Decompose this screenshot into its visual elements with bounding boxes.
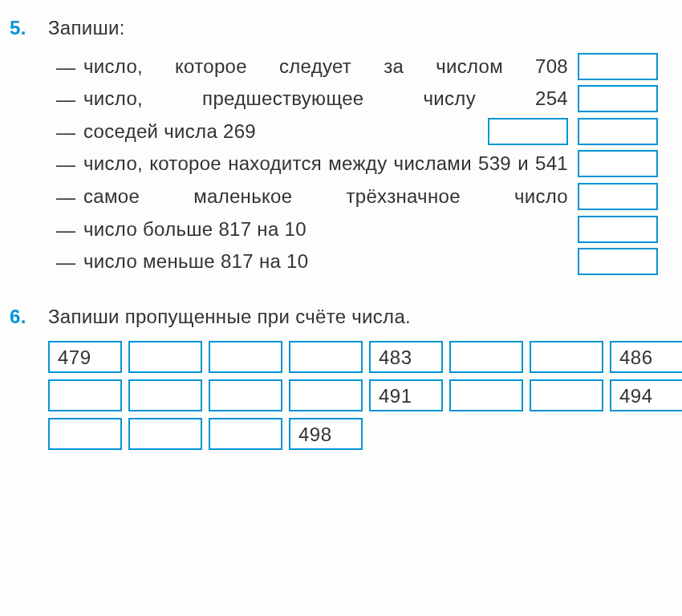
number-row: 491494 xyxy=(48,379,682,411)
number-cell[interactable] xyxy=(449,379,523,411)
item-text: число меньше 817 на 10 xyxy=(83,248,568,275)
dash-icon: — xyxy=(56,248,83,276)
number-cell[interactable] xyxy=(530,379,603,411)
answer-input[interactable] xyxy=(578,150,658,177)
item-content: самое маленькое трёхзначное число xyxy=(83,183,658,210)
number-cell[interactable] xyxy=(449,341,523,373)
item-content: число, которое находится между числами 5… xyxy=(83,150,658,177)
dash-icon: — xyxy=(56,216,83,244)
item-text: самое маленькое трёхзначное число xyxy=(83,183,568,210)
list-item: —соседей числа 269 xyxy=(56,118,658,146)
answer-slot xyxy=(578,85,658,112)
answer-input[interactable] xyxy=(488,118,568,145)
number-cell[interactable] xyxy=(209,418,282,450)
number-cell[interactable] xyxy=(289,341,363,373)
number-row: 479483486 xyxy=(48,341,682,373)
list-item: —число, которое находится между числами … xyxy=(56,150,658,178)
item-text: число, которое следует за числом 708 xyxy=(83,53,568,80)
answer-input[interactable] xyxy=(578,85,658,112)
item-text: число, предшествующее числу 254 xyxy=(83,85,568,112)
number-cell[interactable] xyxy=(128,379,202,411)
dash-icon: — xyxy=(56,53,83,81)
exercise-6: 6. Запиши пропущенные при счёте числа. 4… xyxy=(10,303,658,451)
number-row: 498 xyxy=(48,418,682,450)
exercise-number: 6. xyxy=(10,303,34,330)
item-text: число, которое находится между числами 5… xyxy=(83,150,568,177)
number-cell[interactable] xyxy=(48,418,122,450)
answer-slot xyxy=(578,150,658,177)
number-cell[interactable] xyxy=(209,341,282,373)
answer-slot xyxy=(578,183,658,210)
exercise-body: Запиши пропущенные при счёте числа. 4794… xyxy=(48,303,682,451)
list-item: —число, которое следует за числом 708 xyxy=(56,53,658,81)
number-cell[interactable] xyxy=(48,379,122,411)
dash-icon: — xyxy=(56,183,83,211)
number-cell[interactable] xyxy=(209,379,282,411)
item-content: соседей числа 269 xyxy=(83,118,658,145)
answer-input[interactable] xyxy=(578,53,658,80)
number-cell[interactable]: 494 xyxy=(610,379,682,411)
item-content: число меньше 817 на 10 xyxy=(83,248,658,275)
answer-slot xyxy=(578,248,658,275)
number-cell[interactable] xyxy=(530,341,603,373)
answer-input[interactable] xyxy=(578,248,658,275)
item-content: число, предшествующее числу 254 xyxy=(83,85,658,112)
answer-input[interactable] xyxy=(578,118,658,145)
exercise-prompt: Запиши: xyxy=(48,14,658,42)
answer-input[interactable] xyxy=(578,183,658,210)
number-cell[interactable] xyxy=(128,341,202,373)
number-cell[interactable]: 483 xyxy=(369,341,443,373)
exercise-items: —число, которое следует за числом 708—чи… xyxy=(48,53,658,276)
list-item: —число больше 817 на 10 xyxy=(56,216,658,244)
number-cell[interactable] xyxy=(128,418,202,450)
item-content: число больше 817 на 10 xyxy=(83,216,658,243)
answer-slot xyxy=(578,216,658,243)
answer-slot xyxy=(488,118,658,145)
list-item: —число, предшествующее числу 254 xyxy=(56,85,658,113)
item-content: число, которое следует за числом 708 xyxy=(83,53,658,80)
dash-icon: — xyxy=(56,118,83,146)
exercise-body: Запиши: —число, которое следует за число… xyxy=(48,14,658,281)
list-item: —число меньше 817 на 10 xyxy=(56,248,658,276)
dash-icon: — xyxy=(56,150,83,178)
answer-input[interactable] xyxy=(578,216,658,243)
exercise-5: 5. Запиши: —число, которое следует за чи… xyxy=(10,14,658,281)
exercise-prompt: Запиши пропущенные при счёте числа. xyxy=(48,303,682,330)
dash-icon: — xyxy=(56,85,83,113)
answer-slot xyxy=(578,53,658,80)
item-text: число больше 817 на 10 xyxy=(83,216,568,243)
number-cell[interactable]: 486 xyxy=(610,341,682,373)
exercise-number: 5. xyxy=(10,14,34,42)
number-cell[interactable]: 498 xyxy=(289,418,363,450)
list-item: —самое маленькое трёхзначное число xyxy=(56,183,658,211)
number-cell[interactable]: 491 xyxy=(369,379,443,411)
number-cell[interactable]: 479 xyxy=(48,341,122,373)
number-grid: 479483486491494498 xyxy=(48,341,682,450)
item-text: соседей числа 269 xyxy=(83,118,478,145)
number-cell[interactable] xyxy=(289,379,363,411)
